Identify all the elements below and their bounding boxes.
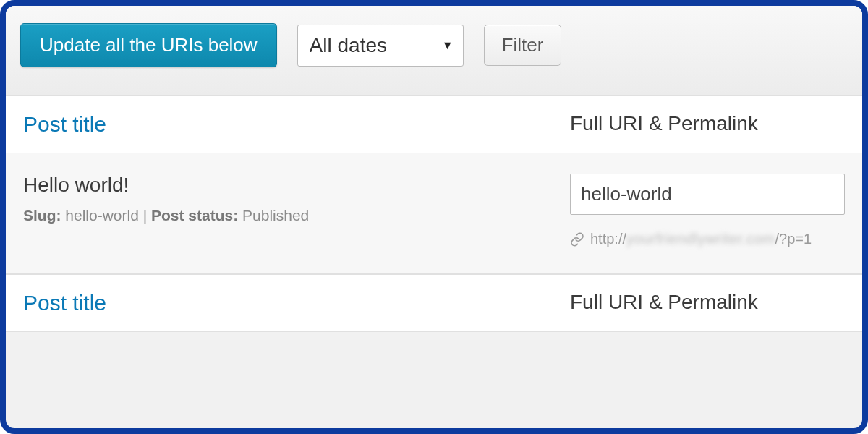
permalink-domain-redacted: yourfriendlywriter.com	[626, 231, 775, 247]
link-icon	[570, 232, 584, 247]
permalink-slug-input[interactable]	[570, 174, 845, 215]
status-value: Published	[242, 207, 309, 224]
column-header-uri: Full URI & Permalink	[570, 112, 845, 137]
date-filter-select[interactable]: All dates ▼	[297, 25, 464, 67]
table-header-row: Post title Full URI & Permalink	[6, 95, 862, 153]
date-filter-dropdown[interactable]: All dates	[297, 25, 464, 67]
permalink-text: http://yourfriendlywriter.com/?p=1	[590, 231, 812, 247]
filter-button[interactable]: Filter	[484, 25, 562, 66]
post-meta-line: Slug: hello-world | Post status: Publish…	[23, 207, 570, 224]
post-title-text: Hello world!	[23, 174, 570, 197]
column-footer-post-title[interactable]: Post title	[23, 291, 570, 315]
table-footer-row: Post title Full URI & Permalink	[6, 274, 862, 332]
slug-label: Slug:	[23, 207, 61, 224]
posts-table: Post title Full URI & Permalink Hello wo…	[6, 95, 862, 332]
post-title-cell: Hello world! Slug: hello-world | Post st…	[23, 174, 570, 247]
toolbar: Update all the URIs below All dates ▼ Fi…	[6, 6, 862, 95]
slug-value: hello-world	[65, 207, 139, 224]
meta-separator: |	[143, 207, 151, 224]
table-row: Hello world! Slug: hello-world | Post st…	[6, 153, 862, 274]
update-uris-button[interactable]: Update all the URIs below	[20, 23, 277, 67]
column-footer-uri: Full URI & Permalink	[570, 291, 845, 315]
permalink-preview: http://yourfriendlywriter.com/?p=1	[570, 231, 845, 247]
permalink-suffix: /?p=1	[775, 231, 812, 247]
uri-cell: http://yourfriendlywriter.com/?p=1	[570, 174, 845, 247]
column-header-post-title[interactable]: Post title	[23, 112, 570, 137]
permalink-prefix: http://	[590, 231, 626, 247]
screenshot-frame: Update all the URIs below All dates ▼ Fi…	[0, 0, 868, 434]
status-label: Post status:	[151, 207, 238, 224]
